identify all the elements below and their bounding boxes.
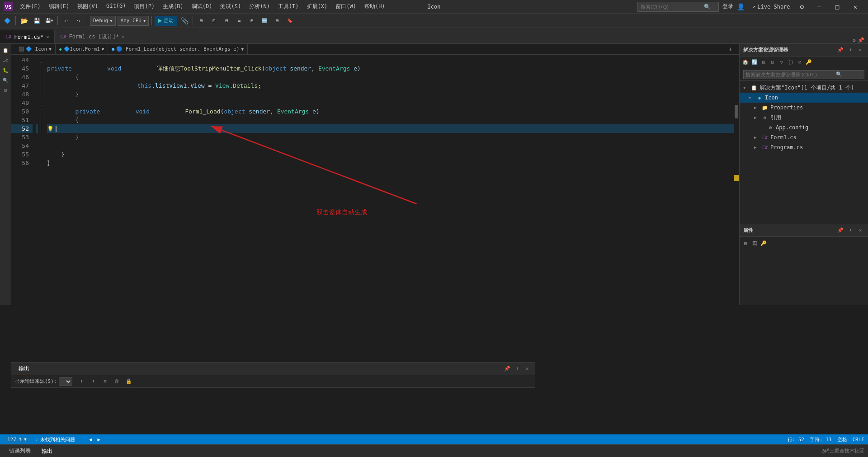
tree-item-references[interactable]: ▶ ⊕ 引用 xyxy=(740,113,868,122)
global-search-input[interactable] xyxy=(641,4,704,9)
tree-expand-programcs[interactable]: ▶ xyxy=(754,145,760,150)
status-zoom[interactable]: 127 % ▼ xyxy=(4,437,30,443)
toolbar-bookmarks[interactable]: 🔖 xyxy=(284,15,295,26)
output-up-icon[interactable]: ⬆ xyxy=(78,377,86,386)
menu-window[interactable]: 窗口(W) xyxy=(332,2,360,11)
toolbar-bt3[interactable]: ⊟ xyxy=(221,15,232,26)
tab-form1cs-design[interactable]: C# Form1.cs [设计]* ✕ xyxy=(55,30,130,43)
menu-help[interactable]: 帮助(H) xyxy=(361,2,389,11)
menu-git[interactable]: Git(G) xyxy=(103,2,129,11)
redo-button[interactable]: ↪ xyxy=(73,15,84,26)
status-nav-next[interactable]: ▶ xyxy=(97,437,100,443)
tree-item-icon-project[interactable]: ▼ ◆ Icon xyxy=(740,93,868,103)
status-nav-prev[interactable]: ◀ xyxy=(89,437,92,443)
solution-search-field[interactable]: 🔍 xyxy=(743,70,864,79)
menu-test[interactable]: 测试(S) xyxy=(217,2,245,11)
tree-item-properties[interactable]: ▶ 📁 Properties xyxy=(740,103,868,113)
tree-item-form1cs[interactable]: ▶ C# Form1.cs xyxy=(740,132,868,142)
props-arrow-icon[interactable]: ⬇ xyxy=(846,226,854,235)
activity-debug[interactable]: 🐛 xyxy=(1,66,10,75)
output-down-icon[interactable]: ⬇ xyxy=(90,377,98,386)
props-pin-icon[interactable]: 📌 xyxy=(836,226,844,235)
tree-expand-icon[interactable]: ▼ xyxy=(749,95,754,100)
sol-refresh-icon[interactable]: 🔄 xyxy=(750,58,759,66)
editor-vertical-scrollbar[interactable] xyxy=(734,55,739,305)
sol-key-icon[interactable]: 🔑 xyxy=(805,58,813,66)
tab-form1cs[interactable]: C# Form1.cs* ✕ xyxy=(0,30,55,43)
tab-pin-icon[interactable]: 📌 xyxy=(858,37,864,43)
fold-45[interactable]: ─ xyxy=(40,60,42,65)
path-namespace[interactable]: ⬛ 🔷 Icon ▼ xyxy=(15,44,56,54)
solution-search-input[interactable] xyxy=(745,72,836,77)
platform-dropdown[interactable]: Any CPU ▼ xyxy=(118,16,149,26)
tree-solution-root[interactable]: ▼ 📋 解决方案"Icon"(1 个项目/共 1 个) xyxy=(740,83,868,93)
solution-header-arrow-icon[interactable]: ⬇ xyxy=(846,46,854,54)
output-source-select[interactable]: 显示输出来源(S): xyxy=(15,377,72,386)
toolbar-bt4[interactable]: ≡ xyxy=(234,15,245,26)
props-close-icon[interactable]: ✕ xyxy=(856,226,864,235)
tree-expand-properties[interactable]: ▶ xyxy=(754,105,760,110)
output-source-dropdown[interactable] xyxy=(59,377,72,386)
path-class[interactable]: ◆ 🔷Icon.Form1 ▼ xyxy=(56,44,108,54)
bottom-tab-errors[interactable]: 错误列表 xyxy=(4,445,36,457)
toolbar-bt5[interactable]: ⊞ xyxy=(246,15,257,26)
sol-filter-icon[interactable]: ▽ xyxy=(778,58,786,66)
toolbar-bt2[interactable]: ⊡ xyxy=(208,15,219,26)
props-grid-icon[interactable]: ⊞ xyxy=(741,239,750,247)
sol-home-icon[interactable]: 🏠 xyxy=(741,58,750,66)
account-icon[interactable]: 👤 xyxy=(737,3,745,10)
output-list-icon[interactable]: ≡ xyxy=(101,377,109,386)
tree-expand-form1cs[interactable]: ▶ xyxy=(754,135,760,140)
tab-design-close[interactable]: ✕ xyxy=(122,34,124,39)
settings-icon[interactable]: ⚙ xyxy=(797,3,807,10)
menu-build[interactable]: 生成(B) xyxy=(159,2,187,11)
menu-file[interactable]: 文件(F) xyxy=(16,2,44,11)
toolbar-open-btn[interactable]: 📂 xyxy=(19,15,29,26)
output-tab-output[interactable]: 输出 xyxy=(15,363,33,375)
output-close-icon[interactable]: ✕ xyxy=(523,365,531,373)
toolbar-save-btn[interactable]: 💾 xyxy=(31,15,42,26)
tree-item-appconfig[interactable]: ⚙ App.config xyxy=(740,122,868,132)
tab-settings-icon[interactable]: ⚙ xyxy=(853,37,856,43)
menu-project[interactable]: 项目(P) xyxy=(130,2,158,11)
toolbar-new-btn[interactable]: 🔷 xyxy=(2,15,13,26)
add-tab-button[interactable]: + xyxy=(725,44,736,55)
tab-form1cs-close[interactable]: ✕ xyxy=(46,34,49,39)
menu-debug[interactable]: 调试(D) xyxy=(188,2,216,11)
output-pin-icon[interactable]: 📌 xyxy=(503,365,511,373)
output-clear-icon[interactable]: 🗑 xyxy=(113,377,121,386)
fold-50[interactable]: ─ xyxy=(40,103,42,108)
maximize-button[interactable]: □ xyxy=(828,0,846,14)
output-lock-icon[interactable]: 🔒 xyxy=(125,377,133,386)
tree-item-programcs[interactable]: ▶ C# Program.cs xyxy=(740,142,868,152)
minimize-button[interactable]: ─ xyxy=(810,0,828,14)
sol-collapse-icon[interactable]: ⊟ xyxy=(769,58,777,66)
undo-button[interactable]: ↩ xyxy=(61,15,71,26)
toolbar-bt6[interactable]: 🔤 xyxy=(259,15,270,26)
scrollbar-thumb[interactable] xyxy=(735,105,738,118)
code-lines[interactable]: ─ private void 详细信息ToolStripMenuItem_Cli… xyxy=(36,55,734,305)
pin-icon[interactable]: 📌 xyxy=(836,46,844,54)
activity-search[interactable]: 🔍 xyxy=(1,75,10,85)
toolbar-bt1[interactable]: ⊞ xyxy=(196,15,207,26)
activity-git[interactable]: ⎇ xyxy=(1,56,10,65)
close-solution-icon[interactable]: ✕ xyxy=(856,46,864,54)
sol-expand-icon[interactable]: ⊞ xyxy=(760,58,768,66)
close-button[interactable]: ✕ xyxy=(846,0,864,14)
menu-view[interactable]: 视图(V) xyxy=(74,2,102,11)
menu-extensions[interactable]: 扩展(X) xyxy=(303,2,331,11)
global-search[interactable]: 🔍 xyxy=(637,2,719,12)
output-arrow-icon[interactable]: ⬇ xyxy=(513,365,521,373)
tree-expand-references[interactable]: ▶ xyxy=(754,115,760,120)
status-errors[interactable]: ✓ 未找到相关问题 xyxy=(36,436,75,443)
menu-analyze[interactable]: 分析(N) xyxy=(245,2,274,11)
props-key2-icon[interactable]: 🔑 xyxy=(760,239,768,247)
menu-tools[interactable]: 工具(T) xyxy=(274,2,302,11)
toolbar-bt7[interactable]: ⊞ xyxy=(272,15,283,26)
activity-ext[interactable]: ⊞ xyxy=(1,85,10,94)
live-share-button[interactable]: ↗ Live Share xyxy=(748,3,793,10)
path-method[interactable]: ● 🔵 Form1_Load(object sender, EventArgs … xyxy=(108,44,248,54)
toolbar-attach-btn[interactable]: 📎 xyxy=(179,15,190,26)
menu-edit[interactable]: 编辑(E) xyxy=(45,2,73,11)
sol-code-icon[interactable]: ⟨⟩ xyxy=(787,58,795,66)
